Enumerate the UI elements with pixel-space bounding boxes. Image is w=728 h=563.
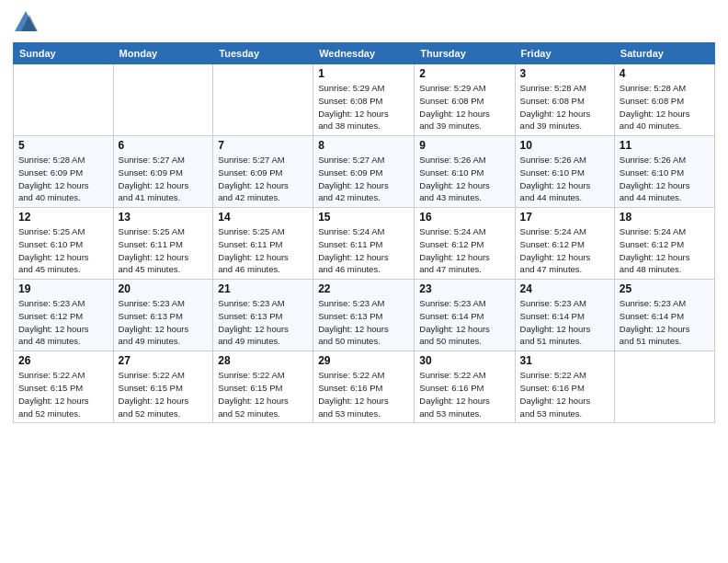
day-info: Sunrise: 5:23 AM Sunset: 6:14 PM Dayligh… [620,297,710,348]
day-info: Sunrise: 5:25 AM Sunset: 6:10 PM Dayligh… [18,225,108,276]
header [13,9,715,35]
day-number: 10 [520,139,609,152]
day-info: Sunrise: 5:25 AM Sunset: 6:11 PM Dayligh… [218,225,308,276]
day-number: 14 [218,211,308,224]
logo [13,9,42,35]
calendar-header-sunday: Sunday [14,43,114,64]
calendar-cell: 11Sunrise: 5:26 AM Sunset: 6:10 PM Dayli… [614,136,714,208]
day-info: Sunrise: 5:24 AM Sunset: 6:12 PM Dayligh… [620,225,710,276]
day-info: Sunrise: 5:22 AM Sunset: 6:16 PM Dayligh… [520,369,609,419]
calendar-cell: 23Sunrise: 5:23 AM Sunset: 6:14 PM Dayli… [415,280,515,351]
day-number: 13 [119,211,209,224]
calendar-cell: 16Sunrise: 5:24 AM Sunset: 6:12 PM Dayli… [415,208,515,280]
calendar-cell [614,351,714,423]
day-number: 16 [419,211,509,224]
calendar-cell [213,64,313,136]
day-number: 20 [119,282,209,295]
calendar-cell: 2Sunrise: 5:29 AM Sunset: 6:08 PM Daylig… [415,64,515,136]
calendar-cell: 3Sunrise: 5:28 AM Sunset: 6:08 PM Daylig… [515,64,614,136]
day-info: Sunrise: 5:26 AM Sunset: 6:10 PM Dayligh… [620,154,710,204]
day-info: Sunrise: 5:22 AM Sunset: 6:16 PM Dayligh… [318,369,409,419]
calendar-cell: 22Sunrise: 5:23 AM Sunset: 6:13 PM Dayli… [313,280,415,351]
day-number: 2 [419,67,509,80]
calendar-cell: 29Sunrise: 5:22 AM Sunset: 6:16 PM Dayli… [313,351,415,423]
calendar-cell: 5Sunrise: 5:28 AM Sunset: 6:09 PM Daylig… [14,136,114,208]
calendar-week-4: 19Sunrise: 5:23 AM Sunset: 6:12 PM Dayli… [14,280,715,351]
calendar-cell: 27Sunrise: 5:22 AM Sunset: 6:15 PM Dayli… [113,351,213,423]
day-number: 19 [18,282,108,295]
calendar-cell: 9Sunrise: 5:26 AM Sunset: 6:10 PM Daylig… [415,136,515,208]
day-number: 22 [318,282,409,295]
day-info: Sunrise: 5:24 AM Sunset: 6:11 PM Dayligh… [318,225,409,276]
calendar-cell: 12Sunrise: 5:25 AM Sunset: 6:10 PM Dayli… [14,208,114,280]
day-info: Sunrise: 5:22 AM Sunset: 6:15 PM Dayligh… [18,369,108,419]
calendar-header-friday: Friday [515,43,614,64]
calendar-cell: 30Sunrise: 5:22 AM Sunset: 6:16 PM Dayli… [415,351,515,423]
day-info: Sunrise: 5:22 AM Sunset: 6:16 PM Dayligh… [419,369,509,419]
day-info: Sunrise: 5:26 AM Sunset: 6:10 PM Dayligh… [520,154,609,204]
day-info: Sunrise: 5:28 AM Sunset: 6:08 PM Dayligh… [620,82,710,132]
calendar-cell: 8Sunrise: 5:27 AM Sunset: 6:09 PM Daylig… [313,136,415,208]
day-number: 6 [119,139,209,152]
calendar-cell: 21Sunrise: 5:23 AM Sunset: 6:13 PM Dayli… [213,280,313,351]
calendar-header-row: SundayMondayTuesdayWednesdayThursdayFrid… [14,43,715,64]
day-info: Sunrise: 5:23 AM Sunset: 6:13 PM Dayligh… [318,297,409,348]
calendar-header-tuesday: Tuesday [213,43,313,64]
calendar-header-monday: Monday [113,43,213,64]
day-info: Sunrise: 5:27 AM Sunset: 6:09 PM Dayligh… [218,154,308,204]
day-info: Sunrise: 5:24 AM Sunset: 6:12 PM Dayligh… [419,225,509,276]
day-number: 5 [18,139,108,152]
day-number: 28 [218,354,308,367]
day-info: Sunrise: 5:24 AM Sunset: 6:12 PM Dayligh… [520,225,609,276]
calendar-cell: 18Sunrise: 5:24 AM Sunset: 6:12 PM Dayli… [614,208,714,280]
day-info: Sunrise: 5:23 AM Sunset: 6:12 PM Dayligh… [18,297,108,348]
day-number: 23 [419,282,509,295]
day-number: 11 [620,139,710,152]
calendar-cell: 14Sunrise: 5:25 AM Sunset: 6:11 PM Dayli… [213,208,313,280]
day-number: 31 [520,354,609,367]
calendar-header-wednesday: Wednesday [313,43,415,64]
day-number: 3 [520,67,609,80]
calendar-cell: 6Sunrise: 5:27 AM Sunset: 6:09 PM Daylig… [113,136,213,208]
calendar-cell: 28Sunrise: 5:22 AM Sunset: 6:15 PM Dayli… [213,351,313,423]
logo-icon [13,9,39,35]
day-number: 18 [620,211,710,224]
day-number: 26 [18,354,108,367]
day-number: 12 [18,211,108,224]
calendar-cell: 19Sunrise: 5:23 AM Sunset: 6:12 PM Dayli… [14,280,114,351]
calendar-cell: 31Sunrise: 5:22 AM Sunset: 6:16 PM Dayli… [515,351,614,423]
calendar-cell [113,64,213,136]
calendar-header-thursday: Thursday [415,43,515,64]
calendar-cell: 24Sunrise: 5:23 AM Sunset: 6:14 PM Dayli… [515,280,614,351]
calendar-cell: 25Sunrise: 5:23 AM Sunset: 6:14 PM Dayli… [614,280,714,351]
calendar-cell: 1Sunrise: 5:29 AM Sunset: 6:08 PM Daylig… [313,64,415,136]
day-info: Sunrise: 5:28 AM Sunset: 6:09 PM Dayligh… [18,154,108,204]
day-number: 17 [520,211,609,224]
calendar-week-1: 1Sunrise: 5:29 AM Sunset: 6:08 PM Daylig… [14,64,715,136]
calendar-cell: 10Sunrise: 5:26 AM Sunset: 6:10 PM Dayli… [515,136,614,208]
day-info: Sunrise: 5:23 AM Sunset: 6:13 PM Dayligh… [119,297,209,348]
day-number: 9 [419,139,509,152]
day-number: 15 [318,211,409,224]
calendar-week-3: 12Sunrise: 5:25 AM Sunset: 6:10 PM Dayli… [14,208,715,280]
calendar-cell: 17Sunrise: 5:24 AM Sunset: 6:12 PM Dayli… [515,208,614,280]
day-info: Sunrise: 5:23 AM Sunset: 6:14 PM Dayligh… [520,297,609,348]
day-info: Sunrise: 5:29 AM Sunset: 6:08 PM Dayligh… [318,82,409,132]
day-info: Sunrise: 5:25 AM Sunset: 6:11 PM Dayligh… [119,225,209,276]
day-info: Sunrise: 5:22 AM Sunset: 6:15 PM Dayligh… [218,369,308,419]
day-info: Sunrise: 5:23 AM Sunset: 6:13 PM Dayligh… [218,297,308,348]
calendar-week-2: 5Sunrise: 5:28 AM Sunset: 6:09 PM Daylig… [14,136,715,208]
day-number: 30 [419,354,509,367]
calendar-cell: 7Sunrise: 5:27 AM Sunset: 6:09 PM Daylig… [213,136,313,208]
calendar-week-5: 26Sunrise: 5:22 AM Sunset: 6:15 PM Dayli… [14,351,715,423]
page: SundayMondayTuesdayWednesdayThursdayFrid… [0,0,728,563]
calendar-cell: 4Sunrise: 5:28 AM Sunset: 6:08 PM Daylig… [614,64,714,136]
day-info: Sunrise: 5:27 AM Sunset: 6:09 PM Dayligh… [119,154,209,204]
day-number: 8 [318,139,409,152]
calendar-header-saturday: Saturday [614,43,714,64]
calendar-cell: 20Sunrise: 5:23 AM Sunset: 6:13 PM Dayli… [113,280,213,351]
day-number: 27 [119,354,209,367]
day-info: Sunrise: 5:27 AM Sunset: 6:09 PM Dayligh… [318,154,409,204]
day-number: 24 [520,282,609,295]
day-info: Sunrise: 5:28 AM Sunset: 6:08 PM Dayligh… [520,82,609,132]
